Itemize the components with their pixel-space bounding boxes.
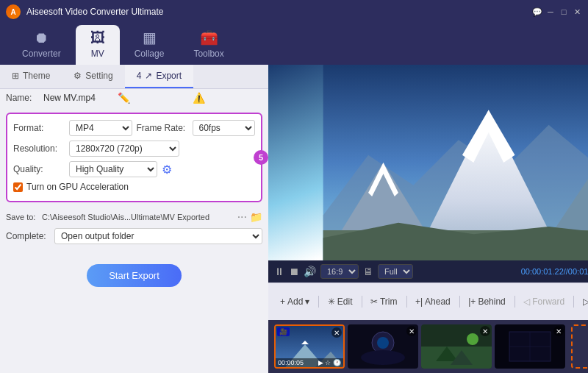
quality-select[interactable]: High Quality — [69, 161, 157, 177]
clip1-close-button[interactable]: ✕ — [331, 327, 342, 338]
resolution-select[interactable]: 1280x720 (720p) — [69, 141, 179, 157]
gpu-label: Turn on GPU Acceleration — [26, 182, 129, 192]
nav-mv-label: MV — [91, 49, 104, 59]
gpu-checkbox[interactable] — [13, 182, 23, 192]
badge-4: 4 — [137, 71, 142, 81]
audio-icon[interactable]: 🔊 — [304, 266, 316, 277]
ahead-button[interactable]: +| Ahead — [409, 294, 456, 309]
aspect-ratio-select[interactable]: 16:9 — [320, 264, 359, 279]
chat-icon[interactable]: 💬 — [532, 7, 542, 17]
nav-mv[interactable]: 🖼 MV — [76, 25, 120, 65]
tab-theme[interactable]: ⊞ Theme — [0, 65, 62, 88]
video-preview — [268, 65, 588, 260]
setting-icon: ⚙ — [74, 71, 82, 81]
quality-row: Quality: High Quality ⚙ — [13, 161, 255, 177]
clip1-icons: ▶ ☆ 🕐 — [318, 359, 341, 366]
svg-point-19 — [467, 333, 478, 345]
app-title: Aiseesoft Video Converter Ultimate — [26, 7, 532, 17]
clip1-time: 00:00:05 — [278, 359, 304, 366]
backward-icon: ▷ — [583, 296, 588, 307]
bottom-toolbar: + Add ▾ ✳ Edit ✂ Trim +| Ahead |+ Be — [268, 283, 588, 320]
app-icon: A — [6, 4, 21, 19]
format-row: Format: MP4 Frame Rate: 60fps — [13, 120, 255, 136]
complete-select[interactable]: Open output folder — [54, 228, 262, 244]
nav-collage[interactable]: ▦ Collage — [120, 24, 179, 65]
quality-settings-icon[interactable]: ⚙ — [162, 163, 172, 177]
folder-icon[interactable]: 📁 — [250, 211, 262, 223]
main-content: ⊞ Theme ⚙ Setting 4 ↗ Export Name: New M… — [0, 65, 588, 373]
minimize-icon[interactable]: ─ — [545, 7, 556, 17]
film-item-2[interactable]: ✕ — [348, 324, 418, 369]
stop-button[interactable]: ⏹ — [289, 266, 299, 277]
nav-toolbox[interactable]: 🧰 Toolbox — [179, 24, 238, 65]
nav-converter[interactable]: ⏺ Converter — [7, 25, 76, 65]
saveto-row: Save to: C:\Aiseesoft Studio\Ais...Ultim… — [0, 208, 268, 226]
filmstrip: 🎥 ✕ 00:00:05 ▶ ☆ 🕐 ✕ — [268, 320, 588, 373]
clip3-close-button[interactable]: ✕ — [480, 326, 490, 336]
film-item-1[interactable]: 🎥 ✕ 00:00:05 ▶ ☆ 🕐 — [274, 324, 345, 369]
time-display: 00:00:01.22//00:01:40.16 — [521, 267, 588, 276]
nav-converter-label: Converter — [22, 49, 61, 59]
start-export-left-button[interactable]: Start Export — [87, 264, 182, 287]
clip2-close-button[interactable]: ✕ — [406, 326, 417, 336]
clip1-badges: 🎥 — [277, 327, 290, 336]
film-item-4[interactable]: ✕ — [495, 324, 565, 369]
ahead-icon: +| — [415, 296, 423, 307]
forward-button[interactable]: ◁ Forward — [517, 294, 570, 309]
format-select[interactable]: MP4 — [69, 120, 132, 136]
warn-icon: ⚠️ — [193, 92, 262, 104]
close-icon[interactable]: ✕ — [572, 7, 582, 17]
edit-icon: ✳ — [328, 296, 335, 307]
edit-button[interactable]: ✳ Edit — [322, 294, 359, 309]
resolution-label: Resolution: — [13, 143, 65, 154]
svg-point-16 — [377, 337, 389, 349]
behind-icon: |+ — [468, 296, 476, 307]
tabs-bar: ⊞ Theme ⚙ Setting 4 ↗ Export — [0, 65, 268, 89]
screen-icon[interactable]: 🖥 — [363, 266, 373, 277]
name-label: Name: — [6, 93, 39, 103]
right-panel: ⏸ ⏹ 🔊 16:9 🖥 Full 00:00:01.22//00:01:40.… — [268, 65, 588, 373]
title-bar: A Aiseesoft Video Converter Ultimate 💬 ─… — [0, 0, 588, 24]
collage-icon: ▦ — [143, 29, 157, 46]
tab-export[interactable]: 4 ↗ Export — [125, 65, 193, 88]
export-icon: ↗ — [145, 71, 152, 81]
add-clip-button[interactable]: + — [571, 324, 588, 369]
trim-button[interactable]: ✂ Trim — [365, 294, 404, 309]
pause-button[interactable]: ⏸ — [274, 266, 284, 277]
maximize-icon[interactable]: □ — [559, 7, 569, 17]
tab-setting[interactable]: ⚙ Setting — [62, 65, 124, 88]
toolbox-icon: 🧰 — [200, 29, 218, 46]
complete-row: Complete: Open output folder — [0, 226, 268, 246]
nav-bar: ⏺ Converter 🖼 MV ▦ Collage 🧰 Toolbox — [0, 24, 588, 65]
svg-point-15 — [361, 350, 405, 365]
left-panel: ⊞ Theme ⚙ Setting 4 ↗ Export Name: New M… — [0, 65, 268, 373]
theme-icon: ⊞ — [12, 71, 19, 81]
nav-toolbox-label: Toolbox — [193, 49, 223, 59]
add-button[interactable]: + Add ▾ — [274, 294, 315, 309]
add-icon: + — [280, 296, 285, 307]
quality-label: Quality: — [13, 164, 65, 174]
add-dropdown-icon: ▾ — [305, 296, 309, 307]
converter-icon: ⏺ — [34, 29, 49, 46]
clip1-overlay: 00:00:05 ▶ ☆ 🕐 — [276, 358, 343, 367]
film-item-3[interactable]: ✕ — [421, 324, 492, 369]
clip1-type-badge: 🎥 — [277, 327, 290, 336]
clip4-close-button[interactable]: ✕ — [553, 326, 564, 336]
gpu-row: Turn on GPU Acceleration — [13, 182, 255, 192]
name-row: Name: New MV.mp4 ✏️ ⚠️ — [0, 89, 268, 107]
mv-icon: 🖼 — [90, 29, 105, 46]
forward-icon: ◁ — [523, 296, 530, 307]
more-options-icon[interactable]: ··· — [237, 210, 247, 224]
name-value: New MV.mp4 — [43, 93, 113, 103]
resolution-row: Resolution: 1280x720 (720p) — [13, 141, 255, 157]
complete-label: Complete: — [6, 231, 50, 241]
framerate-label: Frame Rate: — [137, 123, 188, 133]
saveto-path: C:\Aiseesoft Studio\Ais...Ultimate\MV Ex… — [42, 213, 234, 221]
edit-name-icon[interactable]: ✏️ — [118, 92, 187, 104]
backward-button[interactable]: ▷ Backward — [577, 294, 588, 309]
behind-button[interactable]: |+ Behind — [462, 294, 512, 309]
window-controls: 💬 ─ □ ✕ — [532, 7, 582, 17]
badge-5: 5 — [254, 150, 268, 165]
display-mode-select[interactable]: Full — [378, 264, 413, 279]
framerate-select[interactable]: 60fps — [193, 120, 256, 136]
